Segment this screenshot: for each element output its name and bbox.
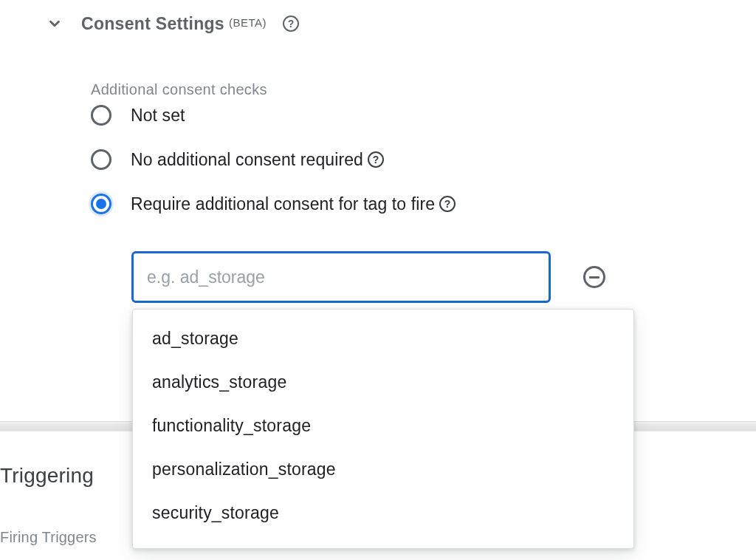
radio-require-additional[interactable]: Require additional consent for tag to fi… [91, 194, 456, 214]
remove-button[interactable] [583, 266, 605, 288]
chevron-down-icon[interactable] [44, 13, 65, 34]
radio-icon-selected [91, 194, 111, 214]
consent-radio-group: Not set No additional consent required ?… [91, 105, 456, 214]
help-icon[interactable]: ? [368, 151, 384, 168]
minus-icon [589, 276, 599, 279]
radio-label: Not set [131, 106, 185, 126]
section-title: Consent Settings (BETA) [81, 14, 267, 34]
help-icon[interactable]: ? [283, 16, 299, 32]
radio-dot-icon [96, 199, 106, 209]
consent-type-row [131, 251, 605, 303]
dropdown-item-security-storage[interactable]: security_storage [133, 491, 633, 535]
consent-checks-label: Additional consent checks [91, 81, 267, 98]
consent-settings-header: Consent Settings (BETA) ? [44, 13, 299, 34]
radio-label: Require additional consent for tag to fi… [131, 194, 456, 214]
beta-tag: (BETA) [229, 16, 267, 29]
radio-icon [91, 149, 111, 170]
help-icon[interactable]: ? [439, 196, 456, 212]
consent-type-dropdown: ad_storage analytics_storage functionali… [132, 309, 634, 549]
radio-not-set[interactable]: Not set [91, 105, 456, 126]
triggering-header: Triggering [0, 464, 94, 488]
dropdown-item-ad-storage[interactable]: ad_storage [133, 317, 633, 361]
radio-label: No additional consent required ? [131, 150, 384, 170]
dropdown-item-functionality-storage[interactable]: functionality_storage [133, 404, 633, 448]
firing-triggers-label: Firing Triggers [0, 529, 97, 546]
dropdown-item-personalization-storage[interactable]: personalization_storage [133, 448, 633, 491]
radio-no-additional[interactable]: No additional consent required ? [91, 149, 456, 170]
radio-icon [91, 105, 111, 126]
dropdown-item-analytics-storage[interactable]: analytics_storage [133, 361, 633, 404]
section-title-text: Consent Settings [81, 14, 224, 34]
consent-type-input[interactable] [131, 251, 551, 303]
